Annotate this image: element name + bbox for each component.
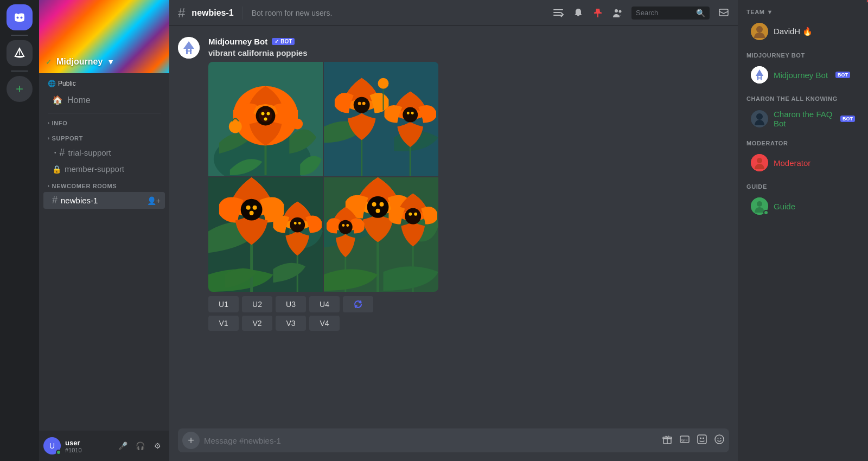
team-header: TEAM ▼ bbox=[738, 9, 868, 15]
channel-member-support[interactable]: 🔒 member-support bbox=[43, 162, 165, 176]
category-support[interactable]: › SUPPORT bbox=[39, 133, 169, 144]
v2-button[interactable]: V2 bbox=[242, 316, 272, 331]
svg-point-16 bbox=[261, 112, 265, 116]
sidebar-content: 🌐 Public 🏠 Home › INFO › SUPPORT • # tri… bbox=[39, 73, 169, 431]
svg-rect-4 bbox=[553, 12, 561, 13]
server-public-label: Public bbox=[58, 80, 76, 87]
notification-bell-icon[interactable] bbox=[573, 8, 584, 18]
svg-point-26 bbox=[362, 102, 366, 105]
category-info[interactable]: › INFO bbox=[39, 118, 169, 129]
server-sidebar: ✓ Midjourney ▼ 🌐 Public 🏠 Home › INFO › … bbox=[39, 0, 169, 461]
icon-bar-divider bbox=[11, 35, 28, 36]
member-item-moderator[interactable]: Moderator bbox=[742, 151, 864, 175]
bot-badge-text: BOT bbox=[280, 39, 292, 44]
server-check-icon: ✓ bbox=[46, 57, 52, 66]
charon-avatar bbox=[751, 110, 768, 127]
channel-hash-icon: # bbox=[60, 147, 65, 158]
pin-icon[interactable] bbox=[592, 8, 603, 18]
sidebar-divider-1 bbox=[48, 113, 161, 113]
user-online-status bbox=[56, 450, 61, 455]
action-buttons-row2: V1 V2 V3 V4 bbox=[208, 316, 729, 331]
member-item-charon[interactable]: Charon the FAQ Bot BOT bbox=[742, 106, 864, 131]
davidh-avatar bbox=[751, 23, 768, 40]
bot-avatar bbox=[178, 37, 200, 59]
moderator-avatar bbox=[751, 154, 768, 171]
search-box[interactable]: 🔍 bbox=[631, 7, 710, 20]
discord-home-icon[interactable] bbox=[7, 4, 33, 30]
member-name-guide: Guide bbox=[774, 202, 795, 211]
microphone-button[interactable]: 🎤 bbox=[115, 438, 130, 453]
member-item-guide[interactable]: Guide bbox=[742, 194, 864, 218]
gif-icon[interactable]: GIF bbox=[679, 434, 690, 447]
add-user-icon[interactable]: 👤+ bbox=[147, 196, 161, 205]
headphones-button[interactable]: 🎧 bbox=[132, 438, 148, 453]
guide-online-status bbox=[763, 210, 769, 215]
charon-bot-badge: BOT bbox=[840, 116, 855, 122]
message-input[interactable] bbox=[204, 436, 658, 445]
add-server-button[interactable]: + bbox=[7, 76, 33, 102]
svg-point-76 bbox=[757, 201, 762, 207]
member-item-davidh[interactable]: DavidH 🔥 bbox=[742, 20, 864, 43]
svg-point-1 bbox=[21, 17, 23, 19]
svg-point-38 bbox=[250, 211, 254, 215]
refresh-button[interactable] bbox=[343, 296, 373, 312]
svg-point-50 bbox=[376, 209, 380, 213]
input-actions: GIF bbox=[662, 434, 725, 447]
svg-point-37 bbox=[253, 206, 257, 210]
v3-button[interactable]: V3 bbox=[276, 316, 306, 331]
v1-button[interactable]: V1 bbox=[208, 316, 239, 331]
search-input[interactable] bbox=[636, 9, 693, 17]
svg-point-54 bbox=[339, 220, 353, 234]
svg-point-48 bbox=[372, 202, 376, 207]
member-name-moderator: Moderator bbox=[774, 158, 810, 168]
active-dot-indicator: • bbox=[54, 150, 56, 156]
member-name-midjourney-bot: Midjourney Bot bbox=[774, 71, 828, 80]
user-panel: U user #1010 🎤 🎧 ⚙ bbox=[39, 431, 169, 461]
svg-point-69 bbox=[756, 26, 763, 33]
lock-icon: 🔒 bbox=[52, 165, 61, 174]
svg-point-67 bbox=[720, 438, 722, 439]
midjourney-server-icon[interactable] bbox=[7, 40, 33, 66]
svg-point-19 bbox=[229, 120, 242, 133]
members-icon[interactable] bbox=[612, 8, 623, 18]
u2-button[interactable]: U2 bbox=[242, 296, 272, 312]
image-grid-cell-2 bbox=[324, 62, 438, 176]
inbox-icon[interactable] bbox=[718, 8, 729, 18]
u3-button[interactable]: U3 bbox=[276, 296, 306, 312]
svg-point-66 bbox=[718, 438, 719, 439]
category-chevron-newcomer: › bbox=[48, 183, 50, 189]
member-item-midjourney-bot[interactable]: Midjourney Bot BOT bbox=[742, 63, 864, 87]
channel-hash-header: # bbox=[178, 5, 185, 21]
home-channel[interactable]: 🏠 Home bbox=[43, 92, 165, 108]
image-grid-cell-3 bbox=[208, 177, 323, 292]
u4-button[interactable]: U4 bbox=[309, 296, 340, 312]
settings-button[interactable]: ⚙ bbox=[150, 438, 165, 453]
home-label: Home bbox=[67, 95, 91, 105]
svg-point-24 bbox=[354, 97, 370, 113]
svg-point-55 bbox=[342, 224, 344, 227]
svg-point-0 bbox=[17, 17, 19, 19]
v4-button[interactable]: V4 bbox=[309, 316, 340, 331]
svg-point-28 bbox=[403, 107, 418, 123]
category-label-info: INFO bbox=[52, 120, 68, 126]
sticker-icon[interactable] bbox=[697, 434, 707, 447]
message-input-box: + GIF bbox=[178, 428, 729, 452]
channel-description: Bot room for new users. bbox=[252, 9, 333, 17]
u1-button[interactable]: U1 bbox=[208, 296, 239, 312]
midjourney-bot-badge: BOT bbox=[835, 72, 850, 78]
svg-point-7 bbox=[619, 10, 622, 12]
channel-newbies-1[interactable]: # newbies-1 👤+ bbox=[43, 192, 165, 209]
channel-name-member-support: member-support bbox=[65, 164, 124, 174]
add-attachment-button[interactable]: + bbox=[182, 432, 200, 449]
thread-icon[interactable] bbox=[552, 7, 564, 19]
svg-point-74 bbox=[757, 158, 762, 163]
category-newcomer-rooms[interactable]: › NEWCOMER ROOMS bbox=[39, 181, 169, 191]
icon-bar-divider-2 bbox=[11, 71, 28, 72]
chat-header: # newbies-1 Bot room for new users. bbox=[169, 0, 738, 26]
server-name: Midjourney bbox=[56, 57, 103, 67]
channel-trial-support[interactable]: • # trial-support bbox=[43, 144, 165, 161]
chevron-down-icon: ▼ bbox=[767, 9, 774, 15]
message-input-area: + GIF bbox=[169, 428, 738, 461]
emoji-icon[interactable] bbox=[714, 434, 725, 447]
gift-icon[interactable] bbox=[662, 434, 673, 447]
